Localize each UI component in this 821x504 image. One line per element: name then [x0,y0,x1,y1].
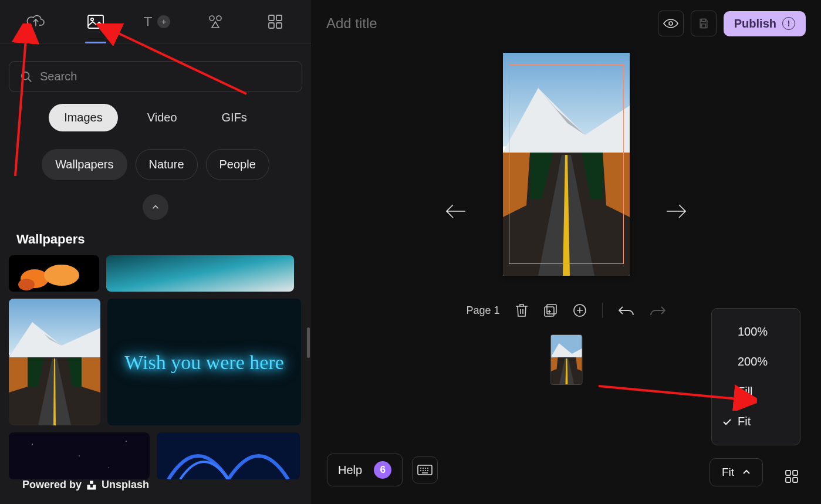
publish-label: Publish [734,17,776,31]
title-input[interactable] [326,15,651,32]
search-input[interactable] [40,70,291,83]
media-tab-images[interactable]: Images [49,104,118,131]
grid-icon [785,469,799,483]
alert-icon: ! [782,17,795,30]
svg-point-3 [217,16,221,21]
sidebar: + Images Video [0,0,311,504]
gallery-thumb[interactable] [9,255,99,292]
unsplash-icon [86,480,97,491]
arrow-left-icon [446,204,466,219]
tab-shapes[interactable] [185,0,245,43]
main: Publish ! [311,0,821,504]
help-bar: Help 6 [327,454,438,486]
zoom-option-fill[interactable]: Fill [712,377,800,407]
svg-rect-58 [793,471,798,475]
arrow-right-icon [666,204,686,219]
topbar: Publish ! [311,0,821,47]
svg-marker-18 [9,357,28,393]
svg-rect-31 [157,432,300,479]
gallery-thumb[interactable] [157,432,300,479]
tab-upload[interactable] [6,0,66,43]
undo-icon[interactable] [618,306,634,315]
help-button[interactable]: Help 6 [327,454,403,486]
section-title: Wallpapers [0,226,311,255]
page-thumbnail[interactable] [550,334,582,385]
media-type-tabs: Images Video GIFs [0,104,311,149]
save-button[interactable] [691,11,717,36]
page-thumb-strip [550,334,582,385]
chip-wallpapers[interactable]: Wallpapers [42,149,127,180]
svg-rect-7 [276,23,282,28]
svg-point-29 [126,441,126,441]
keyboard-icon [417,465,433,475]
zoom-option-100[interactable]: 100% [712,317,800,347]
svg-rect-6 [269,23,274,28]
tab-apps[interactable] [245,0,305,43]
collapse-button[interactable] [143,194,168,220]
scrollbar-thumb[interactable] [307,327,310,358]
chevron-up-icon [150,202,161,212]
apps-grid-icon [268,14,283,29]
keyboard-button[interactable] [412,456,438,483]
trash-icon[interactable] [515,303,528,317]
preview-button[interactable] [658,11,684,36]
provider-name: Unsplash [102,479,149,491]
svg-rect-60 [793,478,798,482]
prev-page-button[interactable] [446,204,466,219]
tab-media[interactable] [66,0,126,43]
grid-view-button[interactable] [785,469,799,483]
fit-button-label: Fit [722,466,734,479]
chip-people[interactable]: People [206,149,269,180]
svg-rect-57 [786,471,790,475]
eye-icon [663,18,678,29]
canvas-image[interactable] [503,53,630,276]
svg-marker-19 [82,357,100,393]
chevron-up-icon [742,468,751,476]
media-tab-gifs[interactable]: GIFs [207,104,262,131]
publish-button[interactable]: Publish ! [724,11,806,36]
redo-icon[interactable] [650,306,666,315]
svg-point-8 [22,72,29,79]
gallery-thumb-neon[interactable]: Wish you were here [107,299,301,425]
save-icon [698,18,709,29]
svg-point-2 [210,16,214,21]
svg-rect-46 [547,305,556,314]
duplicate-page-icon[interactable] [543,303,558,317]
add-page-icon[interactable] [573,303,587,317]
gallery-thumb[interactable] [9,432,150,479]
powered-by-label: Powered by [22,479,82,491]
media-tab-video[interactable]: Video [132,104,192,131]
divider [602,303,603,318]
shapes-icon [207,13,224,30]
svg-text:Wish you were here: Wish you were here [124,351,283,373]
plus-badge-icon: + [157,15,170,28]
svg-rect-35 [701,24,705,28]
cloud-upload-icon [26,13,45,30]
svg-rect-34 [701,19,705,22]
svg-point-1 [91,18,93,20]
page-controls: Page 1 [466,303,665,318]
page-label: Page 1 [466,305,499,317]
gallery-thumb[interactable] [106,255,294,292]
tab-text[interactable]: + [126,0,185,43]
svg-point-11 [44,265,79,286]
gallery-thumb-mountain-road[interactable] [9,299,100,425]
check-icon [722,417,732,427]
zoom-option-fit[interactable]: Fit [712,407,800,437]
zoom-option-fit-label: Fit [738,415,751,428]
zoom-option-200[interactable]: 200% [712,347,800,377]
svg-rect-32 [90,481,93,483]
sidebar-tabs: + [0,0,311,43]
search-area [0,43,311,104]
powered-by: Powered by Unsplash [22,479,149,491]
text-icon [141,15,155,29]
canvas-frame[interactable] [503,53,630,276]
search-box[interactable] [9,61,302,92]
next-page-button[interactable] [666,204,686,219]
fit-button[interactable]: Fit [709,458,763,486]
svg-rect-13 [106,255,294,292]
zoom-menu: 100% 200% Fill Fit [711,308,800,445]
chip-nature[interactable]: Nature [136,149,198,180]
thumbnail-image [550,335,582,385]
tag-chips: Wallpapers Nature People [0,149,311,194]
